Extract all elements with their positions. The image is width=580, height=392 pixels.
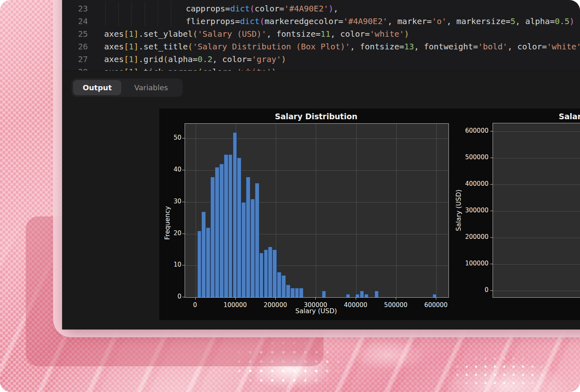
- code-token: =: [338, 16, 343, 26]
- code-token: ,: [414, 42, 424, 51]
- y-tickmark: [182, 170, 185, 170]
- code-token: 'white': [547, 42, 580, 51]
- code-token: axes: [104, 54, 124, 64]
- y-tickmark: [490, 184, 493, 185]
- code-token: color: [340, 29, 365, 39]
- code-token: 'Salary (USD)': [198, 29, 267, 39]
- code-editor[interactable]: 23capprops=dict(color='#4A90E2'),24flier…: [62, 0, 580, 71]
- y-tick-label: 20: [161, 229, 181, 237]
- code-token: 1: [129, 42, 134, 51]
- y-tick-label: 400000: [456, 180, 489, 187]
- code-token: markersize: [456, 16, 505, 26]
- x-tickmark: [315, 297, 316, 300]
- code-token: ]: [134, 42, 138, 51]
- code-token: ): [404, 29, 409, 39]
- code-token: (: [198, 67, 203, 71]
- code-token: ,: [266, 29, 276, 39]
- code-token: 'white': [237, 67, 271, 71]
- y-tick-label: 30: [161, 198, 181, 205]
- code-token: capprops: [186, 4, 225, 13]
- code-token: 1: [129, 67, 134, 71]
- code-token: ,: [446, 16, 456, 26]
- tab-output[interactable]: Output: [73, 80, 121, 95]
- code-token: ,: [515, 16, 525, 26]
- code-token: color: [255, 4, 279, 13]
- code-token: ]: [134, 29, 138, 39]
- code-token: ,: [212, 54, 222, 64]
- code-token: color: [222, 54, 247, 64]
- x-tickmark: [235, 297, 236, 300]
- line-number: 23: [62, 2, 88, 15]
- line-number: 27: [62, 53, 88, 66]
- code-token: .set_title: [138, 42, 187, 51]
- x-tickmark: [436, 297, 436, 300]
- code-token: 'gray': [252, 54, 281, 64]
- code-token: .grid: [138, 54, 163, 64]
- speckle-dots: [443, 354, 553, 392]
- x-tickmark: [356, 297, 356, 300]
- code-token: color: [518, 42, 542, 51]
- code-token: =: [235, 16, 240, 26]
- y-tickmark: [182, 297, 185, 297]
- code-token: 13: [404, 42, 414, 51]
- code-token: =: [365, 29, 370, 39]
- code-token: ,: [507, 42, 517, 51]
- code-token: =: [279, 4, 284, 13]
- code-token: axes: [104, 67, 124, 71]
- line-number: 28: [62, 66, 88, 71]
- y-tick-label: 0: [161, 293, 181, 300]
- code-token: ,: [333, 4, 338, 13]
- y-tickmark: [490, 290, 493, 291]
- code-token: colors: [203, 67, 232, 71]
- y-tick-label: 300000: [456, 207, 489, 214]
- code-token: =: [232, 67, 237, 71]
- line-number: 24: [62, 15, 88, 28]
- code-token: markeredgecolor: [265, 16, 339, 26]
- code-token: axes: [104, 42, 124, 51]
- y-tickmark: [182, 138, 185, 138]
- code-token: 1: [129, 29, 134, 39]
- y-tick-label: 200000: [456, 233, 489, 241]
- code-token: =: [193, 54, 198, 64]
- code-token: =: [427, 16, 432, 26]
- x-tick-label: 500000: [377, 301, 414, 309]
- y-tick-label: 50: [161, 134, 181, 141]
- tick-layer: 0100000200000300000400000500000600000010…: [159, 109, 580, 320]
- code-token: (: [193, 29, 198, 39]
- code-line[interactable]: 25axes[1].set_ylabel('Salary (USD)', fon…: [62, 28, 580, 40]
- code-line[interactable]: 28axes[1].tick_params(colors='white'): [62, 66, 580, 71]
- code-token: '#4A90E2': [284, 4, 328, 13]
- code-token: 0.5: [555, 16, 569, 26]
- code-token: [: [124, 67, 129, 71]
- code-token: ,: [388, 16, 397, 26]
- x-tickmark: [396, 297, 396, 300]
- code-line[interactable]: 27axes[1].grid(alpha=0.2, color='gray'): [62, 53, 580, 66]
- code-token: (: [163, 54, 168, 64]
- x-tick-label: 0: [177, 301, 214, 309]
- y-tickmark: [490, 131, 493, 131]
- code-token: '#4A90E2': [343, 16, 387, 26]
- code-line[interactable]: 26axes[1].set_title('Salary Distribution…: [62, 40, 580, 53]
- x-tick-label: 100000: [217, 301, 254, 309]
- code-token: fontsize: [360, 42, 399, 51]
- y-tick-label: 10: [161, 261, 181, 268]
- line-number: 26: [62, 40, 88, 53]
- code-token: .set_ylabel: [138, 29, 192, 39]
- code-token: axes: [104, 29, 124, 39]
- y-tick-label: 100000: [456, 260, 489, 267]
- y-tickmark: [490, 237, 493, 238]
- code-token: =: [399, 42, 404, 51]
- code-token: alpha: [168, 54, 193, 64]
- tab-variables[interactable]: Variables: [121, 80, 181, 95]
- y-tickmark: [490, 211, 493, 211]
- code-token: =: [542, 42, 547, 51]
- y-tickmark: [182, 234, 185, 234]
- code-token: =: [506, 16, 511, 26]
- code-token: fontsize: [276, 29, 315, 39]
- x-tickmark: [275, 297, 276, 300]
- code-line[interactable]: 24flierprops=dict(markeredgecolor='#4A90…: [62, 15, 580, 28]
- code-line[interactable]: 23capprops=dict(color='#4A90E2'),: [62, 2, 580, 15]
- code-token: dict: [240, 16, 259, 26]
- code-token: =: [247, 54, 252, 64]
- code-token: =: [473, 42, 478, 51]
